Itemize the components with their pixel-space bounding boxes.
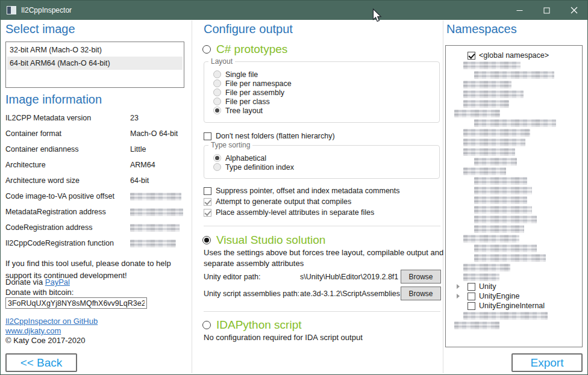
namespace-row[interactable]: UnityEngineInternal [446, 301, 582, 311]
minimize-button[interactable] [506, 1, 533, 20]
radio-label: File per namespace [225, 79, 292, 88]
namespace-row[interactable] [446, 243, 582, 253]
image-listbox[interactable]: 32-bit ARM (Mach-O 32-bit)64-bit ARM64 (… [5, 42, 184, 88]
redacted-namespace [463, 264, 510, 271]
redacted-namespace [474, 196, 527, 204]
namespaces-tree[interactable]: <global namespace>UnityUnityEngineUnityE… [445, 45, 583, 347]
close-button[interactable] [560, 1, 587, 20]
radio-option[interactable]: File per namespace [213, 79, 439, 88]
info-row: IL2CPP Metadata version23 [5, 114, 186, 129]
browse-button[interactable]: Browse [401, 287, 441, 300]
title-bar[interactable]: Il2CppInspector [1, 1, 587, 20]
radio-option[interactable]: File per class [213, 97, 439, 106]
bitcoin-address-input[interactable] [5, 297, 147, 309]
namespace-row[interactable] [446, 272, 582, 282]
csharp-prototypes-option[interactable]: C# prototypes [202, 43, 287, 56]
radio-label: Tree layout [225, 107, 263, 115]
namespace-row[interactable] [446, 195, 582, 205]
copyright-text: © Katy Coe 2017-2020 [5, 336, 85, 345]
paypal-link[interactable]: PayPal [45, 277, 70, 287]
namespace-row[interactable] [446, 108, 582, 118]
bitcoin-label: Donate with bitcoin: [5, 288, 74, 297]
namespace-row[interactable] [446, 147, 582, 157]
namespace-row[interactable] [446, 157, 582, 166]
namespace-row[interactable] [446, 137, 582, 147]
redacted-value [130, 240, 176, 247]
app-icon [7, 6, 16, 14]
namespace-row[interactable]: UnityEngine [446, 291, 582, 301]
namespace-checkbox[interactable] [468, 302, 475, 310]
section-separator [204, 226, 440, 226]
chevron-right-icon[interactable] [455, 292, 464, 300]
namespace-row[interactable] [446, 224, 582, 234]
radio-label: Alphabetical [225, 154, 266, 163]
redacted-value [130, 193, 181, 200]
namespace-row[interactable] [446, 89, 582, 99]
visual-studio-option[interactable]: Visual Studio solution [202, 234, 325, 247]
radio-option[interactable]: Type definition index [213, 163, 439, 172]
idapython-option[interactable]: IDAPython script [202, 318, 302, 332]
checkbox-option[interactable]: Don't nest folders (flatten hierarchy) [204, 131, 335, 141]
donate-via-label: Donate via [5, 277, 45, 287]
namespace-checkbox[interactable] [468, 293, 475, 300]
path-value: s\Unity\Hub\Editor\2019.2.8f1 [300, 273, 401, 281]
namespace-row[interactable] [446, 185, 582, 195]
checkbox-option[interactable]: Suppress pointer, offset and index metad… [204, 185, 400, 196]
back-button[interactable]: << Back [5, 353, 77, 372]
redacted-namespace [474, 254, 546, 262]
namespace-row[interactable] [446, 253, 582, 262]
namespace-row[interactable] [446, 234, 582, 243]
donate-via-line: Donate via PayPal [5, 277, 70, 287]
radio-option[interactable]: Single file [213, 70, 439, 79]
github-link[interactable]: Il2CppInspector on GitHub [5, 317, 98, 326]
radio-option[interactable]: Alphabetical [213, 153, 439, 163]
radio-label: File per class [225, 98, 270, 106]
website-link[interactable]: www.djkaty.com [5, 326, 61, 335]
namespace-row[interactable] [446, 128, 582, 137]
output-checkboxes: Suppress pointer, offset and index metad… [204, 185, 400, 218]
chevron-right-icon[interactable] [455, 282, 464, 291]
namespace-checkbox[interactable] [468, 52, 475, 60]
radio-option[interactable]: File per assembly [213, 88, 439, 97]
browse-button[interactable]: Browse [401, 270, 441, 284]
export-button[interactable]: Export [511, 353, 583, 372]
image-list-item[interactable]: 32-bit ARM (Mach-O 32-bit) [7, 43, 183, 57]
path-label: Unity editor path: [204, 273, 300, 281]
path-label: Unity script assemblies path: [204, 290, 300, 298]
namespace-row[interactable] [446, 70, 582, 79]
namespace-row[interactable]: <global namespace> [446, 51, 582, 60]
namespace-row[interactable] [446, 205, 582, 214]
namespace-row[interactable] [446, 214, 582, 224]
namespace-row[interactable] [446, 79, 582, 89]
namespace-row[interactable] [446, 320, 582, 330]
checkbox-option[interactable]: Attempt to generate output that compiles [204, 196, 400, 207]
info-value: ARM64 [130, 161, 155, 169]
checkbox-label: Attempt to generate output that compiles [216, 197, 351, 206]
redacted-namespace [463, 138, 525, 146]
namespace-label: UnityEngine [479, 292, 519, 300]
checkbox-option[interactable]: Place assembly-level attributes in separ… [204, 207, 400, 218]
redacted-namespace [474, 225, 524, 233]
namespace-row[interactable] [446, 166, 582, 176]
namespace-row[interactable]: Unity [446, 282, 582, 291]
namespace-checkbox[interactable] [468, 283, 475, 291]
path-value: ate.3d-3.1.2\ScriptAssemblies [300, 290, 401, 298]
radio-icon [213, 163, 221, 171]
namespace-row[interactable] [446, 311, 582, 320]
info-label: Il2CppCodeRegistration function [5, 239, 130, 247]
namespace-row[interactable] [446, 118, 582, 128]
redacted-value [130, 208, 183, 216]
redacted-namespace [474, 71, 554, 79]
info-row: MetadataRegistration address [5, 208, 186, 223]
namespace-row[interactable] [446, 262, 582, 272]
namespace-row[interactable] [446, 176, 582, 185]
namespace-row[interactable] [446, 60, 582, 70]
redacted-namespace [474, 244, 537, 252]
info-label: CodeRegistration address [5, 223, 130, 232]
radio-label: File per assembly [225, 88, 284, 97]
info-row: Architecture word size64-bit [5, 176, 186, 192]
namespace-row[interactable] [446, 99, 582, 108]
maximize-button[interactable] [533, 1, 560, 20]
radio-option[interactable]: Tree layout [213, 106, 439, 115]
image-list-item[interactable]: 64-bit ARM64 (Mach-O 64-bit) [7, 57, 183, 70]
